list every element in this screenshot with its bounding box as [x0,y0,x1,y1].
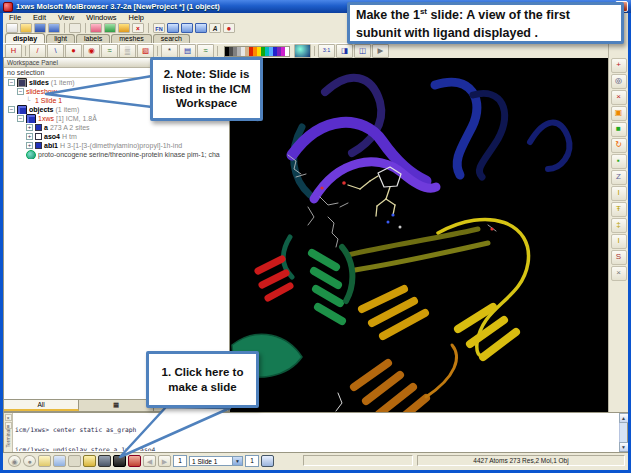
render-sphere-icon[interactable]: ● [223,23,235,33]
window-title: 1xws Molsoft MolBrowser 3.7-2a [NewProje… [16,2,220,11]
stereo-icon[interactable]: S [611,250,627,265]
tab-labels[interactable]: labels [76,34,110,43]
expander-icon[interactable]: − [17,115,24,122]
pointer-icon[interactable]: ▶ [372,44,389,58]
side-by-side-icon[interactable]: ◨ [336,44,353,58]
expander-icon[interactable]: − [8,79,15,86]
menu-file[interactable]: File [3,13,27,22]
terminal-output[interactable]: icm/1xws> center static as_graph icm/1xw… [15,414,618,451]
ball-stick-icon[interactable]: ◉ [83,44,100,58]
graphics-viewport[interactable] [230,57,608,412]
expander-icon[interactable]: − [8,106,15,113]
protein-ribbon-render [230,57,608,412]
tree-item-aso4[interactable]: + aso4 H tm [4,132,229,141]
color-sphere-icon[interactable] [294,44,311,58]
image-button[interactable] [38,455,51,467]
tree-item-chain-a[interactable]: + a 273 A 2 sites [4,123,229,132]
fullscreen-icon[interactable]: FN [153,23,165,33]
meshes-icon[interactable]: ▤ [179,44,196,58]
previous-slide-button[interactable]: ◀ [143,455,156,467]
chevron-down-icon[interactable]: ▼ [232,457,242,465]
display-checkbox[interactable] [35,124,42,131]
stop-icon[interactable]: ● [23,455,36,467]
make-slide-button[interactable] [83,455,96,467]
scroll-down-icon[interactable]: ▼ [619,442,629,452]
split-window-icon[interactable] [195,23,207,33]
tab-search[interactable]: search [153,34,190,43]
display-checkbox[interactable] [35,133,42,140]
ribbon-icon[interactable]: ≈ [101,44,118,58]
menu-view[interactable]: View [52,13,80,22]
skin-icon[interactable]: ▧ [137,44,154,58]
clip-slab-icon[interactable]: ‡ [611,218,627,233]
clip-back-icon[interactable]: Ŧ [611,202,627,217]
snapshot-button[interactable] [113,455,126,467]
center-view-icon[interactable]: ▪ [611,154,627,169]
next-slide-button[interactable]: ▶ [158,455,171,467]
terminal-scrollbar[interactable]: ▲ ▼ [619,413,627,452]
selection-icon[interactable] [90,23,102,33]
tree-item-description[interactable]: proto-oncogene serine/threonine-protein … [4,150,229,159]
stick-icon[interactable]: \ [47,44,64,58]
tree-label: 1 Slide 1 [35,96,62,105]
stereo-view-icon[interactable]: ◫ [354,44,371,58]
tab-display[interactable]: display [5,33,45,43]
cascade-windows-icon[interactable] [181,23,193,33]
display-checkbox[interactable] [35,142,42,149]
slide-number-input[interactable] [173,455,187,467]
fullscreen-slideshow-button[interactable] [261,455,274,467]
slide-count-input[interactable] [245,455,259,467]
toolbar-separator [217,46,218,56]
wire-icon[interactable]: / [29,44,46,58]
ratio-icon[interactable]: 3:1 [318,44,335,58]
menu-windows[interactable]: Windows [80,13,122,22]
window-view-button[interactable] [53,455,66,467]
labels-icon[interactable]: ≈ [197,44,214,58]
scroll-up-icon[interactable]: ▲ [619,413,629,423]
app-icon [3,2,13,12]
slide-select[interactable]: 1 Slide 1 ▼ [189,456,243,466]
clip-front-icon[interactable]: I [611,186,627,201]
clip-z-icon[interactable]: Z [611,170,627,185]
xstick-icon[interactable]: * [161,44,178,58]
menu-help[interactable]: Help [123,13,150,22]
transform-icon[interactable] [69,23,81,33]
terminal-console[interactable]: × ≡ Terminal icm/1xws> center static as_… [3,412,628,453]
record-slide-icon[interactable]: ◉ [8,455,21,467]
delete-icon[interactable]: × [132,23,144,33]
expander-icon[interactable]: + [26,124,33,131]
open-file-icon[interactable] [20,23,32,33]
pick-tool-icon[interactable]: ▣ [611,106,627,121]
tree-item-abi1[interactable]: + abi1 H 3-[1-[3-(dimethylamino)propyl]-… [4,141,229,150]
surface-icon[interactable]: ▒ [119,44,136,58]
zoom-tool-icon[interactable]: ◎ [611,74,627,89]
display-toggle-icon[interactable]: ■ [611,122,627,137]
expander-icon[interactable]: − [17,88,24,95]
clip-reset-icon[interactable]: I [611,234,627,249]
camera-slide-button[interactable] [98,455,111,467]
objects-icon [17,105,27,114]
tab-meshes[interactable]: meshes [111,34,152,43]
new-document-icon[interactable] [6,23,18,33]
rotate-tool-icon[interactable]: ↻ [611,138,627,153]
cpk-icon[interactable]: ● [65,44,82,58]
molecule-icon[interactable] [104,23,116,33]
palette-swatch[interactable] [285,47,289,56]
close-panel-icon[interactable]: × [611,266,627,281]
delete-selection-icon[interactable]: × [611,90,627,105]
tab-light[interactable]: light [46,34,75,43]
expander-icon[interactable]: + [26,133,33,140]
terminal-close-icon[interactable]: × [5,414,12,421]
save-file-icon[interactable] [34,23,46,33]
save-project-icon[interactable] [48,23,60,33]
font-icon[interactable]: A [209,23,221,33]
menu-edit[interactable]: Edit [27,13,52,22]
move-tool-icon[interactable]: + [611,58,627,73]
hydrogens-icon[interactable]: H [5,44,22,58]
delete-slide-button[interactable] [128,455,141,467]
tab-all[interactable]: All [4,400,79,411]
tab-molecules-icon[interactable]: ▦ [79,400,154,411]
tile-windows-icon[interactable] [167,23,179,33]
expander-icon[interactable]: + [26,142,33,149]
annotate-icon[interactable] [118,23,130,33]
